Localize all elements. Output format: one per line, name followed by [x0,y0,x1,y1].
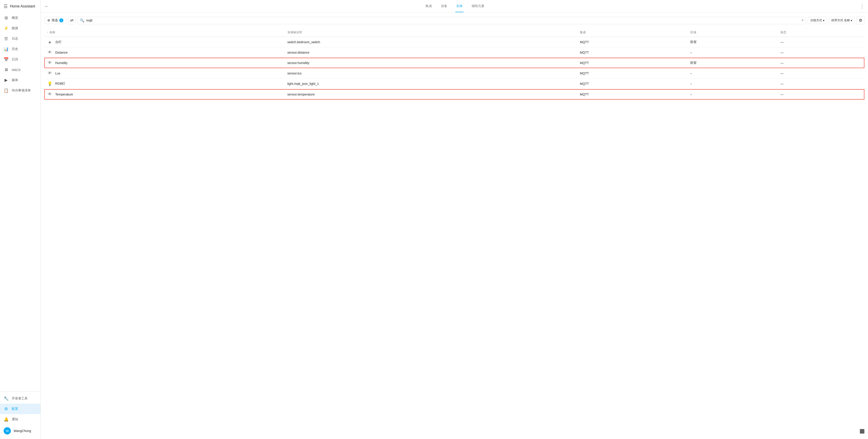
entity-integration-temperature: MQTT [577,89,688,100]
nav-icon-devtools: 🔧 [4,396,9,401]
nav-label-overview: 概览 [12,16,18,20]
adjust-icon: ⇌ [70,18,73,23]
sidebar-nav: ⊞ 概览 ⚡ 能源 ☰ 日志 📊 历史 📅 日历 🖥 HACS ▶ 媒体 📋 待… [0,13,40,391]
tab-helper[interactable]: 辅助元素 [471,0,485,12]
nav-icon-hacs: 🖥 [4,67,9,72]
col-entity_id: 实体标识符 [285,28,577,37]
entity-status-distance: — [778,47,864,58]
entity-name-cell: 👁 Lux [44,68,285,79]
entity-area-temperature: – [688,89,778,100]
table-row[interactable]: 👁 Lux sensor.lux MQTT – — [44,68,864,79]
entity-name-humidity: Humidity [55,61,67,65]
nav-icon-energy: ⚡ [4,26,9,31]
sidebar-item-hacs[interactable]: 🖥 HACS [0,65,40,75]
entity-area-humidity: 卧室 [688,58,778,68]
sort-chevron-icon: ▾ [851,19,852,22]
entity-id-rgb_lamp: light.mqtt_json_light_1 [285,79,577,89]
back-button[interactable]: ← [44,4,49,9]
search-input[interactable] [86,19,800,22]
nav-label-energy: 能源 [12,26,18,30]
sidebar-header: ☰ Home Assistant [0,0,40,13]
entity-icon-lux: 👁 [47,71,53,75]
notification-label: 通知 [12,417,18,421]
entity-icon-distance: 👁 [47,50,53,55]
scroll-indicator [860,429,864,434]
sort-button[interactable]: 排序方式 名称 ▾ [829,17,855,24]
tab-device[interactable]: 设备 [440,0,448,12]
entity-id-lux: sensor.lux [285,68,577,79]
entity-integration-distance: MQTT [577,47,688,58]
sidebar-item-history[interactable]: 📊 历史 [0,44,40,54]
nav-icon-log: ☰ [4,36,9,41]
entity-icon-desk_lamp: ▲ [47,40,53,44]
adjust-button[interactable]: ⇌ [68,16,75,25]
entity-name-cell: 👁 Temperature [44,89,285,100]
user-item[interactable]: W WangChong [0,425,40,437]
entity-name-cell: 👁 Humidity [44,58,285,68]
entity-status-desk_lamp: — [778,37,864,47]
entity-name-desk_lamp: 台灯 [55,40,62,44]
filter-button[interactable]: ⚙ 筛选 1 [44,17,66,24]
nav-label-devtools: 开发者工具 [12,397,28,401]
sidebar-item-devtools[interactable]: 🔧 开发者工具 [0,393,40,404]
sidebar-item-overview[interactable]: ⊞ 概览 [0,13,40,23]
topbar: ← 集成设备实体辅助元素 ⋮ [41,0,868,13]
table-settings-button[interactable]: ⚙ [857,16,864,25]
sidebar-item-energy[interactable]: ⚡ 能源 [0,23,40,33]
sidebar-item-notification[interactable]: 🔔 通知 [0,414,40,425]
entity-name-distance: Distance [55,51,67,54]
entity-integration-desk_lamp: MQTT [577,37,688,47]
search-icon: 🔍 [80,18,85,23]
entity-integration-lux: MQTT [577,68,688,79]
table-row[interactable]: 👁 Temperature sensor.temperature MQTT – … [44,89,864,100]
clear-search-icon[interactable]: × [802,18,804,22]
group-chevron-icon: ▾ [823,19,825,22]
table-row[interactable]: 💡 RGB灯 light.mqtt_json_light_1 MQTT – — [44,79,864,89]
main-content: ← 集成设备实体辅助元素 ⋮ ⚙ 筛选 1 ⇌ 🔍 × 分组方式 ▾ [41,0,868,439]
table-body: ▲ 台灯 switch.bedroom_switch MQTT 卧室 — 👁 D… [44,37,864,100]
entity-icon-humidity: 👁 [47,60,53,65]
sidebar-item-media[interactable]: ▶ 媒体 [0,75,40,85]
entity-id-temperature: sensor.temperature [285,89,577,100]
sidebar-bottom: 🔧 开发者工具 ⚙ 配置 🔔 通知 W WangChong [0,391,40,439]
tab-integration[interactable]: 集成 [425,0,433,12]
filter-label: 筛选 [52,18,58,22]
nav-icon-config: ⚙ [4,406,9,411]
table-row[interactable]: 👁 Distance sensor.distance MQTT – — [44,47,864,58]
nav-label-hacs: HACS [12,68,21,72]
entity-area-lux: – [688,68,778,79]
content-area: ⚙ 筛选 1 ⇌ 🔍 × 分组方式 ▾ 排序方式 名称 ▾ ⚙ [41,13,868,439]
group-label: 分组方式 [810,18,822,22]
sidebar-item-calendar[interactable]: 📅 日历 [0,54,40,65]
sidebar-item-todo[interactable]: 📋 待办事项清单 [0,85,40,96]
nav-icon-history: 📊 [4,46,9,52]
nav-icon-todo: 📋 [4,88,9,93]
entity-area-rgb_lamp: – [688,79,778,89]
filter-bar: ⚙ 筛选 1 ⇌ 🔍 × 分组方式 ▾ 排序方式 名称 ▾ ⚙ [44,16,864,25]
table-settings-icon: ⚙ [859,18,862,23]
entity-name-cell: 💡 RGB灯 [44,79,285,89]
table-row[interactable]: ▲ 台灯 switch.bedroom_switch MQTT 卧室 — [44,37,864,47]
entity-icon-temperature: 👁 [47,92,53,97]
nav-label-config: 配置 [12,407,18,411]
group-button[interactable]: 分组方式 ▾ [808,17,827,24]
nav-icon-calendar: 📅 [4,57,9,62]
filter-icon: ⚙ [47,19,50,22]
app-title: Home Assistant [10,4,35,8]
entity-name-cell: 👁 Distance [44,47,285,58]
table-row[interactable]: 👁 Humidity sensor.humidity MQTT 卧室 — [44,58,864,68]
entity-name-rgb_lamp: RGB灯 [55,82,65,86]
sidebar: ☰ Home Assistant ⊞ 概览 ⚡ 能源 ☰ 日志 📊 历史 📅 日… [0,0,41,439]
entity-id-humidity: sensor.humidity [285,58,577,68]
more-button[interactable]: ⋮ [860,4,864,9]
entity-id-desk_lamp: switch.bedroom_switch [285,37,577,47]
menu-icon[interactable]: ☰ [4,4,8,9]
sidebar-item-log[interactable]: ☰ 日志 [0,33,40,44]
entity-status-humidity: — [778,58,864,68]
entity-area-desk_lamp: 卧室 [688,37,778,47]
col-name[interactable]: ↑ 名称 [44,28,285,37]
col-area: 区域 [688,28,778,37]
entity-status-lux: — [778,68,864,79]
sidebar-item-config[interactable]: ⚙ 配置 [0,404,40,414]
tab-entity[interactable]: 实体 [455,0,464,12]
